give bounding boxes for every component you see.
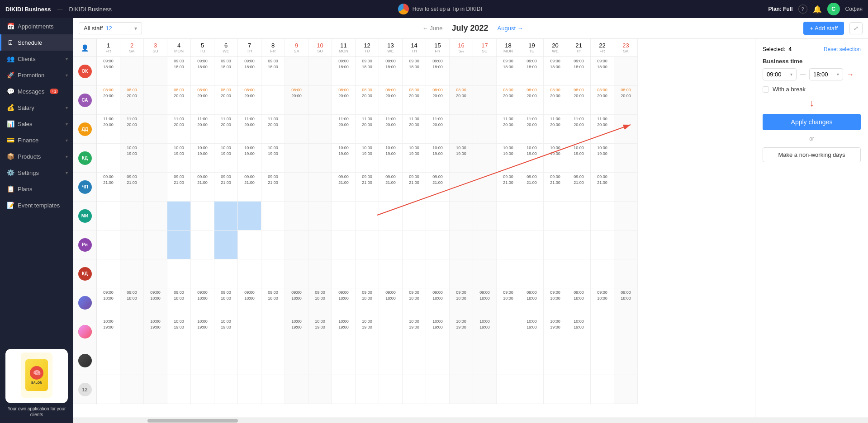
grid-cell-7-2[interactable] [144, 259, 167, 288]
grid-cell-5-8[interactable] [285, 202, 308, 230]
tip-text[interactable]: How to set up a Tip in DIKIDI [413, 6, 482, 12]
grid-cell-1-14[interactable]: 08:0020:00 [426, 86, 450, 114]
grid-cell-5-13[interactable] [403, 202, 426, 230]
grid-cell-1-15[interactable]: 08:0020:00 [450, 86, 473, 114]
grid-cell-0-10[interactable]: 09:0018:00 [332, 57, 356, 85]
grid-cell-3-10[interactable]: 10:0019:00 [332, 144, 356, 172]
grid-cell-1-19[interactable]: 08:0020:00 [544, 86, 567, 114]
grid-cell-2-12[interactable]: 11:0020:00 [379, 115, 403, 143]
grid-cell-8-4[interactable]: 09:0018:00 [191, 288, 214, 317]
grid-cell-0-14[interactable]: 09:0018:00 [426, 57, 450, 85]
grid-cell-9-13[interactable]: 10:0019:00 [403, 317, 426, 346]
grid-cell-11-17[interactable] [497, 375, 520, 404]
grid-cell-6-2[interactable] [144, 230, 167, 259]
grid-cell-11-22[interactable] [614, 375, 638, 404]
grid-cell-0-11[interactable]: 09:0018:00 [356, 57, 379, 85]
grid-cell-9-6[interactable] [238, 317, 261, 346]
grid-cell-1-8[interactable]: 08:0020:00 [285, 86, 308, 114]
grid-cell-9-20[interactable]: 10:0019:00 [567, 317, 591, 346]
grid-cell-10-0[interactable] [97, 346, 120, 375]
grid-cell-5-9[interactable] [308, 202, 332, 230]
grid-cell-2-2[interactable] [144, 115, 167, 143]
grid-cell-3-19[interactable]: 10:0019:00 [544, 144, 567, 172]
grid-cell-0-9[interactable] [308, 57, 332, 85]
grid-cell-5-12[interactable] [379, 202, 403, 230]
grid-cell-7-0[interactable] [97, 259, 120, 288]
grid-cell-8-20[interactable]: 09:0018:00 [567, 288, 591, 317]
grid-cell-5-21[interactable] [591, 202, 614, 230]
grid-cell-2-20[interactable]: 11:0020:00 [567, 115, 591, 143]
bottom-scrollbar[interactable] [73, 418, 868, 423]
grid-cell-11-7[interactable] [261, 375, 285, 404]
grid-cell-0-0[interactable]: 09:0018:00 [97, 57, 120, 85]
grid-cell-5-20[interactable] [567, 202, 591, 230]
grid-cell-5-17[interactable] [497, 202, 520, 230]
grid-cell-8-17[interactable]: 09:0018:00 [497, 288, 520, 317]
grid-cell-8-0[interactable]: 09:0018:00 [97, 288, 120, 317]
grid-cell-4-4[interactable]: 09:0021:00 [191, 173, 214, 201]
grid-cell-3-14[interactable]: 10:0019:00 [426, 144, 450, 172]
reset-selection-link[interactable]: Reset selection [824, 46, 861, 52]
sidebar-item-event-templates[interactable]: 📝 Event templates [0, 197, 73, 213]
grid-cell-4-2[interactable] [144, 173, 167, 201]
grid-cell-7-1[interactable] [120, 259, 144, 288]
grid-cell-1-5[interactable]: 08:0020:00 [214, 86, 238, 114]
grid-cell-1-12[interactable]: 08:0020:00 [379, 86, 403, 114]
grid-cell-11-11[interactable] [356, 375, 379, 404]
grid-cell-3-11[interactable]: 10:0019:00 [356, 144, 379, 172]
grid-cell-0-20[interactable]: 09:0018:00 [567, 57, 591, 85]
grid-cell-2-4[interactable]: 11:0020:00 [191, 115, 214, 143]
grid-cell-0-5[interactable]: 09:0018:00 [214, 57, 238, 85]
grid-cell-8-1[interactable]: 09:0018:00 [120, 288, 144, 317]
notification-bell[interactable]: 🔔 [813, 5, 822, 14]
sidebar-item-sales[interactable]: 📊 Sales ▾ [0, 116, 73, 132]
grid-cell-3-20[interactable]: 10:0019:00 [567, 144, 591, 172]
grid-cell-9-2[interactable]: 10:0019:00 [144, 317, 167, 346]
grid-cell-4-9[interactable] [308, 173, 332, 201]
sidebar-item-appointments[interactable]: 📅 Appointments [0, 18, 73, 34]
grid-cell-9-14[interactable]: 10:0019:00 [426, 317, 450, 346]
grid-cell-2-6[interactable]: 11:0020:00 [238, 115, 261, 143]
grid-cell-2-3[interactable]: 11:0020:00 [167, 115, 191, 143]
grid-cell-11-20[interactable] [567, 375, 591, 404]
grid-cell-6-21[interactable] [591, 230, 614, 259]
grid-cell-6-16[interactable] [473, 230, 497, 259]
grid-cell-8-22[interactable]: 09:0018:00 [614, 288, 638, 317]
grid-cell-0-6[interactable]: 09:0018:00 [238, 57, 261, 85]
fullscreen-button[interactable]: ⤢ [849, 22, 863, 34]
grid-cell-0-1[interactable] [120, 57, 144, 85]
grid-cell-11-1[interactable] [120, 375, 144, 404]
grid-cell-2-5[interactable]: 11:0020:00 [214, 115, 238, 143]
grid-cell-1-13[interactable]: 08:0020:00 [403, 86, 426, 114]
with-break-checkbox[interactable] [763, 86, 769, 93]
next-month-button[interactable]: August → [498, 25, 523, 32]
grid-cell-7-22[interactable] [614, 259, 638, 288]
grid-cell-9-0[interactable]: 10:0019:00 [97, 317, 120, 346]
grid-cell-6-4[interactable] [191, 230, 214, 259]
grid-cell-8-19[interactable]: 09:0018:00 [544, 288, 567, 317]
grid-cell-5-5[interactable] [214, 202, 238, 230]
grid-cell-8-9[interactable]: 09:0018:00 [308, 288, 332, 317]
grid-cell-6-1[interactable] [120, 230, 144, 259]
grid-cell-6-6[interactable] [238, 230, 261, 259]
grid-cell-10-18[interactable] [520, 346, 544, 375]
grid-cell-7-17[interactable] [497, 259, 520, 288]
grid-cell-0-4[interactable]: 09:0018:00 [191, 57, 214, 85]
grid-cell-2-21[interactable]: 11:0020:00 [591, 115, 614, 143]
grid-cell-7-3[interactable] [167, 259, 191, 288]
grid-cell-7-11[interactable] [356, 259, 379, 288]
grid-cell-8-7[interactable]: 09:0018:00 [261, 288, 285, 317]
grid-cell-10-14[interactable] [426, 346, 450, 375]
grid-cell-5-22[interactable] [614, 202, 638, 230]
grid-cell-9-7[interactable] [261, 317, 285, 346]
grid-cell-3-0[interactable] [97, 144, 120, 172]
grid-cell-11-16[interactable] [473, 375, 497, 404]
grid-cell-0-2[interactable] [144, 57, 167, 85]
grid-cell-7-4[interactable] [191, 259, 214, 288]
grid-cell-6-14[interactable] [426, 230, 450, 259]
grid-cell-8-16[interactable]: 09:0018:00 [473, 288, 497, 317]
grid-cell-7-8[interactable] [285, 259, 308, 288]
grid-cell-4-20[interactable]: 09:0021:00 [567, 173, 591, 201]
time-from-select[interactable]: 09:00 ▾ [763, 68, 797, 80]
grid-cell-5-19[interactable] [544, 202, 567, 230]
